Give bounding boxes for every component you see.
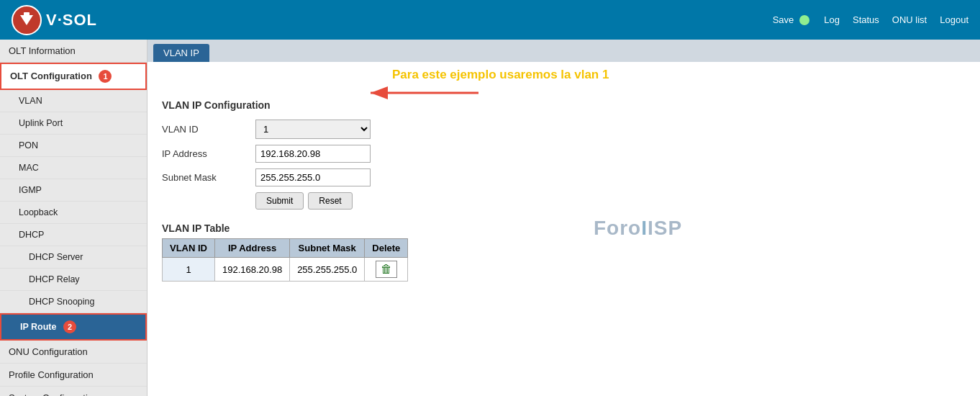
ip-address-input[interactable] [255, 145, 371, 163]
row-subnet-mask: 255.255.255.0 [290, 258, 365, 282]
col-vlan-id: VLAN ID [163, 239, 215, 258]
sidebar-item-vlan[interactable]: VLAN [0, 90, 147, 112]
vlan-ip-table-section: VLAN IP Table VLAN ID IP Address Subnet … [162, 222, 966, 282]
sidebar-item-dhcp[interactable]: DHCP [0, 224, 147, 246]
tab-bar: VLAN IP [148, 40, 980, 62]
row-delete-cell: 🗑 [365, 258, 408, 282]
header: V·SOL Save Log Status ONU list Logout [0, 0, 980, 40]
badge-2: 2 [63, 320, 76, 333]
sidebar-item-mac[interactable]: MAC [0, 157, 147, 179]
vlan-ip-table: VLAN ID IP Address Subnet Mask Delete 1 … [162, 238, 408, 282]
row-ip-address: 192.168.20.98 [215, 258, 290, 282]
logo-text: V·SOL [46, 11, 97, 30]
svg-rect-2 [24, 12, 30, 17]
layout: OLT Information OLT Configuration 1 VLAN… [0, 40, 980, 396]
subnet-mask-row: Subnet Mask [162, 168, 966, 186]
sidebar-item-onu-configuration[interactable]: ONU Configuration [0, 341, 147, 364]
sidebar-item-igmp[interactable]: IGMP [0, 179, 147, 202]
col-ip-address: IP Address [215, 239, 290, 258]
vlan-id-select[interactable]: 1 [255, 120, 371, 139]
subnet-mask-input[interactable] [255, 168, 371, 186]
row-vlan-id: 1 [163, 258, 215, 282]
vlan-id-label: VLAN ID [162, 124, 248, 135]
tab-vlan-ip[interactable]: VLAN IP [153, 44, 209, 62]
sidebar-item-dhcp-snooping[interactable]: DHCP Snooping [0, 291, 147, 313]
col-subnet-mask: Subnet Mask [290, 239, 365, 258]
sidebar-item-olt-configuration[interactable]: OLT Configuration 1 [0, 63, 147, 90]
reset-button[interactable]: Reset [308, 192, 352, 210]
ip-address-label: IP Address [162, 148, 248, 159]
table-row: 1 192.168.20.98 255.255.255.0 🗑 [163, 258, 408, 282]
content-area: Para este ejemplo usaremos la vlan 1 VLA… [148, 62, 980, 292]
sidebar-item-dhcp-relay[interactable]: DHCP Relay [0, 269, 147, 291]
status-dot [799, 15, 809, 25]
main-content: VLAN IP Para este ejemplo usaremos la vl… [148, 40, 980, 396]
delete-button[interactable]: 🗑 [376, 261, 397, 278]
sidebar-item-pon[interactable]: PON [0, 135, 147, 157]
badge-1: 1 [99, 70, 112, 83]
ip-address-row: IP Address [162, 145, 966, 163]
header-nav: Log Status ONU list Logout [824, 14, 968, 25]
col-delete: Delete [365, 239, 408, 258]
logo: V·SOL [12, 5, 97, 35]
sidebar-item-dhcp-server[interactable]: DHCP Server [0, 246, 147, 269]
subnet-mask-label: Subnet Mask [162, 172, 248, 183]
onu-list-link[interactable]: ONU list [892, 14, 927, 25]
sidebar-item-olt-information[interactable]: OLT Information [0, 40, 147, 63]
table-title: VLAN IP Table [162, 222, 966, 234]
sidebar-item-system-configuration[interactable]: System Configuration [0, 387, 147, 396]
save-button[interactable]: Save [773, 14, 794, 25]
annotation-text: Para este ejemplo usaremos la vlan 1 [392, 68, 609, 82]
status-link[interactable]: Status [853, 14, 879, 25]
section-title: VLAN IP Configuration [162, 99, 966, 111]
vlan-id-row: VLAN ID 1 [162, 120, 966, 139]
sidebar-item-profile-configuration[interactable]: Profile Configuration [0, 364, 147, 387]
logout-link[interactable]: Logout [940, 14, 968, 25]
submit-button[interactable]: Submit [255, 192, 304, 210]
sidebar: OLT Information OLT Configuration 1 VLAN… [0, 40, 148, 396]
sidebar-item-uplink-port[interactable]: Uplink Port [0, 112, 147, 135]
form-buttons: Submit Reset [255, 192, 966, 210]
header-save-area: Save [773, 14, 810, 25]
sidebar-item-ip-route[interactable]: IP Route 2 [0, 313, 147, 341]
header-right: Save Log Status ONU list Logout [773, 14, 968, 25]
sidebar-item-loopback[interactable]: Loopback [0, 202, 147, 224]
vsol-logo-icon [12, 5, 42, 35]
log-link[interactable]: Log [824, 14, 840, 25]
